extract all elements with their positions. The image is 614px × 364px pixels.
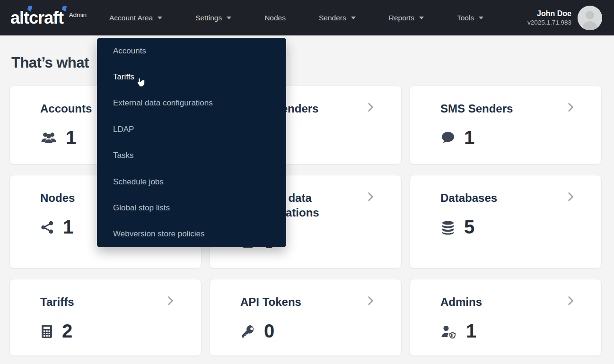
chevron-right-icon — [565, 191, 576, 204]
card-value: 1 — [466, 321, 476, 342]
chevron-down-icon — [419, 17, 424, 19]
card-admins[interactable]: Admins 1 — [410, 279, 602, 356]
card-title: Tariffs — [40, 295, 74, 309]
menu-item-label: Webversion store policies — [113, 229, 204, 239]
card-databases[interactable]: Databases 5 — [410, 175, 602, 269]
card-title: API Tokens — [240, 295, 301, 309]
chevron-down-icon — [158, 17, 162, 19]
avatar-silhouette-icon — [578, 6, 602, 30]
nav-item-settings[interactable]: Settings — [195, 14, 231, 22]
card-value: 2 — [62, 321, 72, 342]
menu-item-label: External data configurations — [113, 98, 213, 108]
menu-item-tasks[interactable]: Tasks — [97, 143, 286, 169]
nav-item-reports[interactable]: Reports — [389, 14, 424, 22]
admin-badge: Admin — [69, 11, 87, 18]
users-icon — [40, 131, 57, 145]
dashboard-cards: Accounts 1 Email Senders — [0, 86, 614, 356]
card-value: 5 — [464, 217, 474, 238]
logo-t-accent-icon: t — [58, 6, 63, 30]
card-tariffs[interactable]: Tariffs 2 — [9, 279, 202, 356]
calculator-icon — [40, 324, 53, 339]
menu-item-external-data-configurations[interactable]: External data configurations — [97, 90, 286, 116]
card-value: 1 — [63, 217, 73, 238]
hand-cursor-icon — [137, 78, 145, 90]
nav-item-label: Reports — [389, 14, 414, 22]
chevron-down-icon — [479, 17, 483, 19]
menu-item-label: Tasks — [113, 151, 133, 160]
chat-bubble-icon — [440, 131, 456, 145]
menu-item-label: Tariffs — [113, 72, 134, 82]
chevron-right-icon — [165, 295, 175, 308]
chevron-right-icon — [565, 295, 576, 308]
chevron-down-icon — [351, 17, 356, 19]
user-area[interactable]: John Doe v2025.1.71.983 — [527, 6, 602, 30]
nav-item-account-area[interactable]: Account Area — [109, 14, 162, 22]
altcraft-logo[interactable]: altcraft Admin — [10, 6, 87, 30]
nav-menu: Account Area Settings Nodes Senders Repo… — [109, 14, 483, 22]
chevron-down-icon — [227, 17, 231, 19]
chevron-right-icon — [365, 191, 376, 204]
card-sms-senders[interactable]: SMS Senders 1 — [410, 86, 602, 165]
chevron-right-icon — [365, 102, 376, 114]
menu-item-label: LDAP — [113, 125, 134, 134]
card-value: 1 — [66, 127, 76, 148]
key-icon — [240, 324, 255, 338]
app-version: v2025.1.71.983 — [527, 18, 571, 27]
menu-item-label: Accounts — [113, 46, 146, 56]
nav-item-tools[interactable]: Tools — [457, 14, 483, 22]
menu-item-accounts[interactable]: Accounts — [97, 38, 286, 64]
chevron-right-icon — [365, 295, 376, 308]
user-name: John Doe — [527, 9, 571, 18]
logo-t-accent-icon: t — [24, 6, 29, 30]
nav-item-label: Tools — [457, 14, 474, 22]
menu-item-schedule-jobs[interactable]: Schedule jobs — [97, 169, 286, 195]
nav-item-senders[interactable]: Senders — [319, 14, 356, 22]
logo-wordmark: altcraft — [10, 6, 63, 30]
card-title: Admins — [440, 295, 482, 309]
nav-item-label: Senders — [319, 14, 346, 22]
menu-item-webversion-store-policies[interactable]: Webversion store policies — [97, 221, 286, 247]
share-icon — [40, 220, 54, 234]
menu-item-label: Global stop lists — [113, 203, 170, 213]
card-value: 0 — [264, 321, 274, 342]
top-navbar: altcraft Admin Account Area Settings Nod… — [0, 0, 614, 35]
menu-item-ldap[interactable]: LDAP — [97, 116, 286, 142]
card-title: SMS Senders — [440, 101, 513, 116]
card-value: 1 — [464, 127, 474, 148]
admin-shield-icon — [440, 324, 457, 338]
menu-item-global-stop-lists[interactable]: Global stop lists — [97, 195, 286, 221]
nav-item-label: Settings — [195, 14, 222, 22]
card-title: Nodes — [40, 191, 75, 205]
settings-dropdown-menu: Accounts Tariffs External data configura… — [97, 38, 286, 247]
card-api-tokens[interactable]: API Tokens 0 — [210, 279, 402, 356]
menu-item-label: Schedule jobs — [113, 177, 164, 187]
nav-item-label: Account Area — [109, 14, 153, 22]
card-title: Accounts — [40, 101, 92, 116]
nav-item-nodes[interactable]: Nodes — [264, 14, 286, 22]
chevron-right-icon — [565, 102, 576, 114]
avatar[interactable] — [578, 6, 602, 30]
nav-item-label: Nodes — [264, 14, 286, 22]
card-title: Databases — [440, 191, 497, 205]
database-icon — [440, 220, 456, 235]
menu-item-tariffs[interactable]: Tariffs — [97, 64, 286, 90]
